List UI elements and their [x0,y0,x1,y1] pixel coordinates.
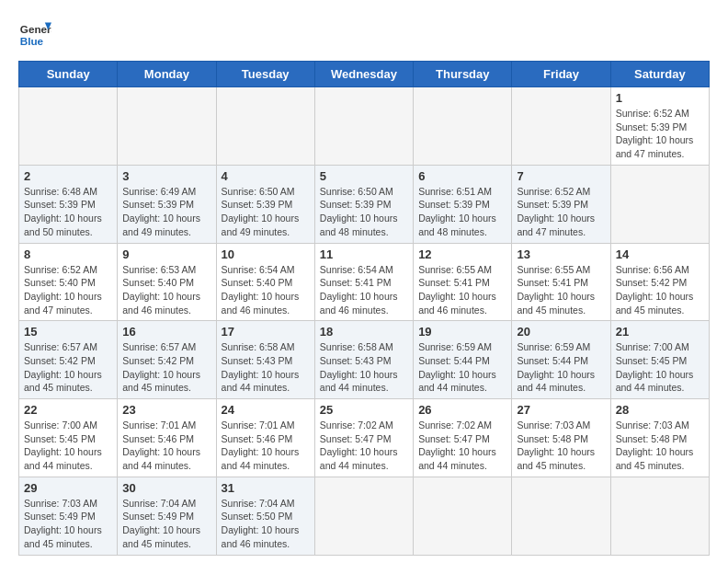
page-header: General Blue [18,18,710,52]
day-number: 13 [517,247,605,261]
calendar-cell: 3 Sunrise: 6:49 AM Sunset: 5:39 PM Dayli… [118,165,216,243]
day-info: Sunrise: 6:54 AM Sunset: 5:41 PM Dayligh… [320,263,408,317]
calendar-cell: 23 Sunrise: 7:01 AM Sunset: 5:46 PM Dayl… [118,399,216,477]
day-number: 8 [24,247,112,261]
day-info: Sunrise: 6:50 AM Sunset: 5:39 PM Dayligh… [320,185,408,239]
week-row-2: 2 Sunrise: 6:48 AM Sunset: 5:39 PM Dayli… [19,165,710,243]
calendar-cell: 9 Sunrise: 6:53 AM Sunset: 5:40 PM Dayli… [118,243,216,321]
day-number: 14 [616,247,704,261]
calendar-cell: 17 Sunrise: 6:58 AM Sunset: 5:43 PM Dayl… [216,321,314,399]
weekday-header-monday: Monday [118,62,216,87]
calendar-cell [19,87,118,166]
day-number: 18 [320,325,408,339]
svg-text:Blue: Blue [20,35,44,47]
calendar-cell: 12 Sunrise: 6:55 AM Sunset: 5:41 PM Dayl… [414,243,512,321]
day-info: Sunrise: 6:55 AM Sunset: 5:41 PM Dayligh… [418,263,506,317]
calendar-cell [118,87,216,166]
day-number: 12 [418,247,506,261]
logo: General Blue [18,18,51,52]
calendar-cell: 4 Sunrise: 6:50 AM Sunset: 5:39 PM Dayli… [216,165,314,243]
calendar-cell: 25 Sunrise: 7:02 AM Sunset: 5:47 PM Dayl… [314,399,413,477]
day-info: Sunrise: 6:52 AM Sunset: 5:40 PM Dayligh… [24,263,112,317]
week-row-3: 8 Sunrise: 6:52 AM Sunset: 5:40 PM Dayli… [19,243,710,321]
day-number: 6 [418,169,506,183]
calendar-cell: 21 Sunrise: 7:00 AM Sunset: 5:45 PM Dayl… [610,321,709,399]
day-info: Sunrise: 6:59 AM Sunset: 5:44 PM Dayligh… [418,340,506,395]
calendar-cell: 13 Sunrise: 6:55 AM Sunset: 5:41 PM Dayl… [512,243,610,321]
day-info: Sunrise: 7:01 AM Sunset: 5:46 PM Dayligh… [122,419,210,473]
week-row-5: 22 Sunrise: 7:00 AM Sunset: 5:45 PM Dayl… [19,399,710,477]
day-number: 23 [122,403,210,417]
day-number: 17 [222,325,310,339]
day-info: Sunrise: 6:48 AM Sunset: 5:39 PM Dayligh… [24,185,112,239]
weekday-header-saturday: Saturday [610,62,709,87]
day-number: 28 [616,403,704,417]
day-info: Sunrise: 7:04 AM Sunset: 5:49 PM Dayligh… [122,497,210,551]
day-number: 19 [418,325,506,339]
calendar-cell: 14 Sunrise: 6:56 AM Sunset: 5:42 PM Dayl… [610,243,709,321]
calendar-cell: 8 Sunrise: 6:52 AM Sunset: 5:40 PM Dayli… [19,243,118,321]
calendar-cell: 22 Sunrise: 7:00 AM Sunset: 5:45 PM Dayl… [19,399,118,477]
logo-icon: General Blue [18,18,51,52]
day-info: Sunrise: 7:01 AM Sunset: 5:46 PM Dayligh… [222,419,310,473]
day-info: Sunrise: 7:02 AM Sunset: 5:47 PM Dayligh… [418,419,506,473]
day-info: Sunrise: 6:50 AM Sunset: 5:39 PM Dayligh… [222,185,310,239]
day-info: Sunrise: 6:56 AM Sunset: 5:42 PM Dayligh… [616,263,704,317]
day-number: 5 [320,169,408,183]
day-info: Sunrise: 6:57 AM Sunset: 5:42 PM Dayligh… [122,340,210,395]
calendar-cell [512,477,610,555]
day-info: Sunrise: 7:03 AM Sunset: 5:48 PM Dayligh… [517,419,605,473]
day-info: Sunrise: 7:03 AM Sunset: 5:48 PM Dayligh… [616,419,704,473]
day-number: 10 [222,247,310,261]
calendar-cell [414,477,512,555]
week-row-1: 1 Sunrise: 6:52 AM Sunset: 5:39 PM Dayli… [19,87,710,166]
weekday-header-thursday: Thursday [414,62,512,87]
calendar-cell: 7 Sunrise: 6:52 AM Sunset: 5:39 PM Dayli… [512,165,610,243]
week-row-6: 29 Sunrise: 7:03 AM Sunset: 5:49 PM Dayl… [19,477,710,555]
day-number: 30 [122,481,210,495]
day-info: Sunrise: 6:58 AM Sunset: 5:43 PM Dayligh… [222,340,310,395]
day-number: 9 [122,247,210,261]
day-info: Sunrise: 6:52 AM Sunset: 5:39 PM Dayligh… [517,185,605,239]
calendar-cell [512,87,610,166]
weekday-header-friday: Friday [512,62,610,87]
calendar-cell: 24 Sunrise: 7:01 AM Sunset: 5:46 PM Dayl… [216,399,314,477]
day-number: 22 [24,403,112,417]
calendar-cell: 11 Sunrise: 6:54 AM Sunset: 5:41 PM Dayl… [314,243,413,321]
day-info: Sunrise: 6:51 AM Sunset: 5:39 PM Dayligh… [418,185,506,239]
day-info: Sunrise: 7:04 AM Sunset: 5:50 PM Dayligh… [222,497,310,551]
day-info: Sunrise: 6:57 AM Sunset: 5:42 PM Dayligh… [24,340,112,395]
calendar-cell: 1 Sunrise: 6:52 AM Sunset: 5:39 PM Dayli… [610,87,709,166]
calendar-cell: 15 Sunrise: 6:57 AM Sunset: 5:42 PM Dayl… [19,321,118,399]
calendar-cell: 29 Sunrise: 7:03 AM Sunset: 5:49 PM Dayl… [19,477,118,555]
calendar-cell: 18 Sunrise: 6:58 AM Sunset: 5:43 PM Dayl… [314,321,413,399]
day-number: 26 [418,403,506,417]
calendar-cell: 19 Sunrise: 6:59 AM Sunset: 5:44 PM Dayl… [414,321,512,399]
day-number: 2 [24,169,112,183]
day-info: Sunrise: 6:59 AM Sunset: 5:44 PM Dayligh… [517,340,605,395]
calendar-cell [216,87,314,166]
calendar-cell: 30 Sunrise: 7:04 AM Sunset: 5:49 PM Dayl… [118,477,216,555]
week-row-4: 15 Sunrise: 6:57 AM Sunset: 5:42 PM Dayl… [19,321,710,399]
calendar-body: 1 Sunrise: 6:52 AM Sunset: 5:39 PM Dayli… [19,87,710,556]
calendar-table: SundayMondayTuesdayWednesdayThursdayFrid… [18,61,710,556]
day-info: Sunrise: 7:00 AM Sunset: 5:45 PM Dayligh… [616,340,704,395]
day-info: Sunrise: 6:55 AM Sunset: 5:41 PM Dayligh… [517,263,605,317]
weekday-header-wednesday: Wednesday [314,62,413,87]
day-number: 29 [24,481,112,495]
day-info: Sunrise: 6:49 AM Sunset: 5:39 PM Dayligh… [122,185,210,239]
day-number: 27 [517,403,605,417]
calendar-cell [314,87,413,166]
weekday-header-row: SundayMondayTuesdayWednesdayThursdayFrid… [19,62,710,87]
day-number: 1 [616,91,704,105]
day-number: 16 [122,325,210,339]
day-number: 24 [222,403,310,417]
calendar-cell: 6 Sunrise: 6:51 AM Sunset: 5:39 PM Dayli… [414,165,512,243]
weekday-header-tuesday: Tuesday [216,62,314,87]
calendar-cell: 16 Sunrise: 6:57 AM Sunset: 5:42 PM Dayl… [118,321,216,399]
day-info: Sunrise: 6:58 AM Sunset: 5:43 PM Dayligh… [320,340,408,395]
calendar-cell [610,165,709,243]
calendar-cell: 5 Sunrise: 6:50 AM Sunset: 5:39 PM Dayli… [314,165,413,243]
calendar-cell: 28 Sunrise: 7:03 AM Sunset: 5:48 PM Dayl… [610,399,709,477]
day-number: 20 [517,325,605,339]
